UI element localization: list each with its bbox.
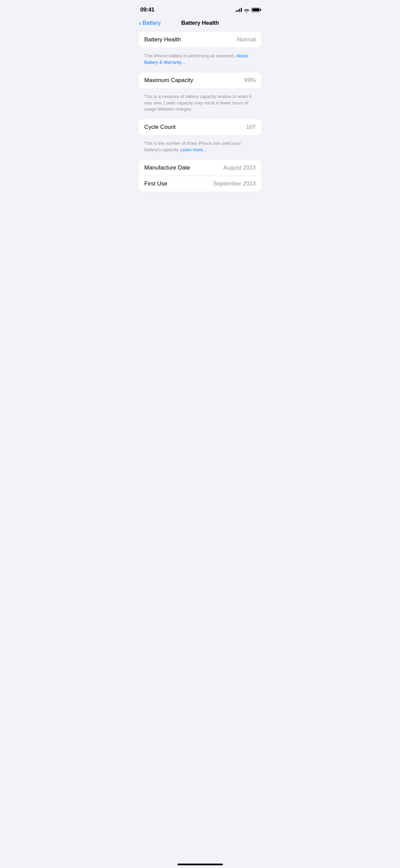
page-title: Battery Health bbox=[181, 20, 219, 26]
wifi-icon bbox=[244, 8, 249, 12]
battery-icon bbox=[251, 8, 260, 12]
first-use-value: September 2023 bbox=[213, 180, 256, 187]
maximum-capacity-card: Maximum Capacity 99% bbox=[139, 73, 261, 88]
first-use-row: First Use September 2023 bbox=[139, 176, 261, 192]
cycle-count-row: Cycle Count 107 bbox=[139, 119, 261, 135]
back-button[interactable]: ‹ Battery bbox=[139, 20, 161, 26]
cycle-count-card: Cycle Count 107 bbox=[139, 119, 261, 135]
back-label: Battery bbox=[143, 20, 161, 26]
content-area: Battery Health Normal This iPhone batter… bbox=[133, 32, 267, 192]
first-use-label: First Use bbox=[144, 180, 167, 187]
battery-fill bbox=[252, 8, 259, 11]
battery-health-card: Battery Health Normal bbox=[139, 32, 261, 47]
cycle-count-value: 107 bbox=[246, 124, 256, 131]
status-time: 09:41 bbox=[140, 6, 154, 13]
battery-health-description: This iPhone battery is performing as exp… bbox=[139, 50, 261, 73]
battery-health-row: Battery Health Normal bbox=[139, 32, 261, 47]
maximum-capacity-label: Maximum Capacity bbox=[144, 77, 193, 84]
signal-icon bbox=[236, 8, 242, 12]
manufacture-date-value: August 2023 bbox=[224, 164, 256, 171]
maximum-capacity-description: This is a measure of battery capacity re… bbox=[139, 91, 261, 120]
cycle-count-description: This is the number of times iPhone has u… bbox=[139, 138, 261, 160]
battery-warranty-link[interactable]: About Battery & Warranty… bbox=[144, 53, 248, 65]
nav-bar: ‹ Battery Battery Health bbox=[133, 17, 267, 32]
back-chevron-icon: ‹ bbox=[139, 20, 141, 26]
manufacture-date-row: Manufacture Date August 2023 bbox=[139, 160, 261, 176]
learn-more-link[interactable]: Learn more… bbox=[180, 147, 207, 152]
battery-health-value: Normal bbox=[237, 36, 256, 43]
battery-health-label: Battery Health bbox=[144, 36, 181, 43]
status-bar: 09:41 bbox=[133, 0, 267, 17]
manufacture-date-label: Manufacture Date bbox=[144, 164, 190, 171]
cycle-count-label: Cycle Count bbox=[144, 124, 176, 131]
maximum-capacity-row: Maximum Capacity 99% bbox=[139, 73, 261, 88]
dates-card: Manufacture Date August 2023 First Use S… bbox=[139, 160, 261, 192]
maximum-capacity-value: 99% bbox=[244, 77, 256, 84]
status-icons bbox=[236, 8, 260, 12]
